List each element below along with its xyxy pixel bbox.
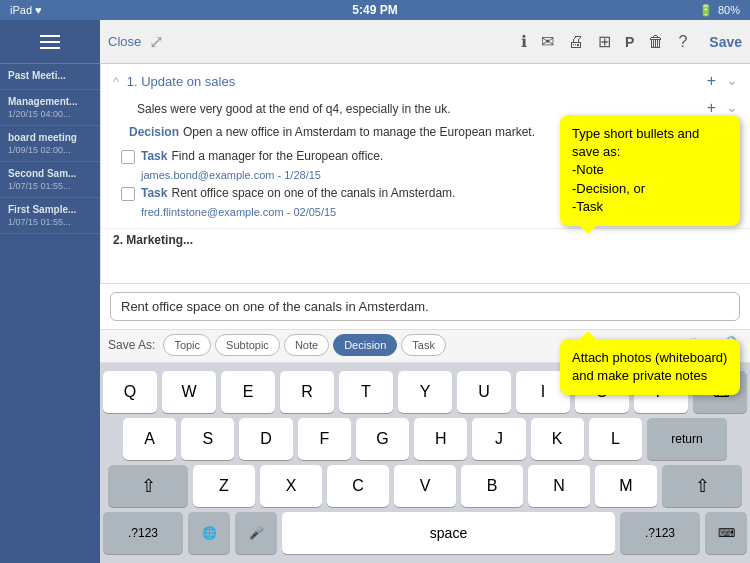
task-checkbox-2[interactable] — [121, 187, 135, 201]
sidebar-item-management[interactable]: Management... 1/20/15 04:00... — [0, 90, 100, 126]
tooltip-save-as: Type short bullets and save as:-Note-Dec… — [560, 115, 740, 226]
key-l[interactable]: L — [589, 418, 642, 460]
key-t[interactable]: T — [339, 371, 393, 413]
key-mic[interactable]: 🎤 — [235, 512, 277, 554]
section-divider-2: 2. Marketing... — [101, 228, 750, 251]
save-option-topic[interactable]: Topic — [163, 334, 211, 356]
sidebar-item-title: board meeting — [8, 132, 92, 143]
email-icon[interactable]: ✉ — [541, 32, 554, 51]
key-u[interactable]: U — [457, 371, 511, 413]
keyboard-row-2: A S D F G H J K L return — [123, 418, 727, 460]
info-icon[interactable]: ℹ — [521, 32, 527, 51]
sidebar-item-title: First Sample... — [8, 204, 92, 215]
status-bar: iPad ♥ 5:49 PM 🔋 80% — [0, 0, 750, 20]
status-right: 🔋 80% — [699, 4, 740, 17]
close-button[interactable]: Close — [108, 34, 141, 49]
sidebar-item-date: 1/20/15 04:00... — [8, 109, 92, 119]
key-z[interactable]: Z — [193, 465, 255, 507]
key-d[interactable]: D — [239, 418, 292, 460]
sidebar-item-title: Second Sam... — [8, 168, 92, 179]
hamburger-menu[interactable] — [32, 27, 68, 57]
key-numbers-right[interactable]: .?123 — [620, 512, 700, 554]
task-label-2: Task — [141, 186, 167, 200]
key-k[interactable]: K — [531, 418, 584, 460]
key-r[interactable]: R — [280, 371, 334, 413]
key-j[interactable]: J — [472, 418, 525, 460]
save-option-subtopic[interactable]: Subtopic — [215, 334, 280, 356]
resize-icon[interactable]: ⤢ — [149, 31, 164, 53]
task-checkbox-1[interactable] — [121, 150, 135, 164]
p-icon[interactable]: P — [625, 34, 634, 50]
text-input-row — [100, 284, 750, 329]
text-input[interactable] — [110, 292, 740, 321]
sidebar-item-date: 1/07/15 01:55... — [8, 181, 92, 191]
section2-number: 2. — [113, 233, 123, 247]
tooltip-attach: Attach photos (whiteboard) and make priv… — [560, 339, 740, 395]
key-shift-right[interactable]: ⇧ — [662, 465, 742, 507]
section-title: ^ 1. Update on sales — [113, 74, 235, 89]
sidebar-item-title: Management... — [8, 96, 92, 107]
sidebar-item-second[interactable]: Second Sam... 1/07/15 01:55... — [0, 162, 100, 198]
key-f[interactable]: F — [298, 418, 351, 460]
grid-icon[interactable]: ⊞ — [598, 32, 611, 51]
task-label-1: Task — [141, 149, 167, 163]
sidebar-item-date: 1/07/15 01:55... — [8, 217, 92, 227]
key-c[interactable]: C — [327, 465, 389, 507]
sidebar-item-title: Past Meeti... — [8, 70, 92, 81]
decision-text: Open a new office in Amsterdam to manage… — [183, 125, 535, 139]
key-return[interactable]: return — [647, 418, 727, 460]
key-shift[interactable]: ⇧ — [108, 465, 188, 507]
key-keyboard[interactable]: ⌨ — [705, 512, 747, 554]
ipad-label: iPad ♥ — [10, 4, 42, 16]
key-q[interactable]: Q — [103, 371, 157, 413]
trash-icon[interactable]: 🗑 — [648, 33, 664, 51]
chevron-down-icon[interactable]: ⌄ — [726, 72, 738, 90]
battery-label: 80% — [718, 4, 740, 16]
key-s[interactable]: S — [181, 418, 234, 460]
key-a[interactable]: A — [123, 418, 176, 460]
note-text: Sales were very good at the end of q4, e… — [121, 99, 451, 119]
toolbar: Close ⤢ ℹ ✉ 🖨 ⊞ P 🗑 ? Save — [100, 20, 750, 64]
help-icon[interactable]: ? — [678, 33, 687, 51]
task-text-2: Rent office space on one of the canals i… — [171, 186, 455, 200]
sidebar-header — [0, 20, 100, 64]
save-option-note[interactable]: Note — [284, 334, 329, 356]
key-m[interactable]: M — [595, 465, 657, 507]
key-numbers-left[interactable]: .?123 — [103, 512, 183, 554]
save-as-label: Save As: — [108, 338, 155, 352]
sidebar-item-first[interactable]: First Sample... 1/07/15 01:55... — [0, 198, 100, 234]
key-space[interactable]: space — [282, 512, 615, 554]
add-button[interactable]: + — [707, 72, 716, 90]
content-area: Close ⤢ ℹ ✉ 🖨 ⊞ P 🗑 ? Save ^ 1. Update — [100, 20, 750, 563]
keyboard-row-bottom: .?123 🌐 🎤 space .?123 ⌨ — [103, 512, 747, 554]
key-v[interactable]: V — [394, 465, 456, 507]
battery-icon: 🔋 — [699, 4, 713, 17]
main-area: Past Meeti... Management... 1/20/15 04:0… — [0, 20, 750, 563]
sidebar-item-date: 1/09/15 02:00... — [8, 145, 92, 155]
key-w[interactable]: W — [162, 371, 216, 413]
toolbar-icons: ℹ ✉ 🖨 ⊞ P 🗑 ? Save — [521, 32, 742, 51]
key-h[interactable]: H — [414, 418, 467, 460]
key-x[interactable]: X — [260, 465, 322, 507]
sidebar: Past Meeti... Management... 1/20/15 04:0… — [0, 20, 100, 563]
key-e[interactable]: E — [221, 371, 275, 413]
section2-title: Marketing... — [126, 233, 193, 247]
save-option-decision[interactable]: Decision — [333, 334, 397, 356]
tooltip-attach-text: Attach photos (whiteboard) and make priv… — [572, 350, 727, 383]
meeting-title-row: ^ 1. Update on sales + ⌄ — [113, 72, 738, 90]
key-globe[interactable]: 🌐 — [188, 512, 230, 554]
sidebar-item-past-meetings[interactable]: Past Meeti... — [0, 64, 100, 90]
section-number: 1. — [127, 74, 141, 89]
sidebar-item-board[interactable]: board meeting 1/09/15 02:00... — [0, 126, 100, 162]
key-y[interactable]: Y — [398, 371, 452, 413]
key-b[interactable]: B — [461, 465, 523, 507]
key-n[interactable]: N — [528, 465, 590, 507]
decision-label: Decision — [129, 125, 179, 139]
key-g[interactable]: G — [356, 418, 409, 460]
save-option-task[interactable]: Task — [401, 334, 446, 356]
print-icon[interactable]: 🖨 — [568, 33, 584, 51]
toolbar-left: Close ⤢ — [108, 31, 164, 53]
status-time: 5:49 PM — [352, 3, 397, 17]
status-left: iPad ♥ — [10, 4, 42, 16]
save-button[interactable]: Save — [709, 34, 742, 50]
